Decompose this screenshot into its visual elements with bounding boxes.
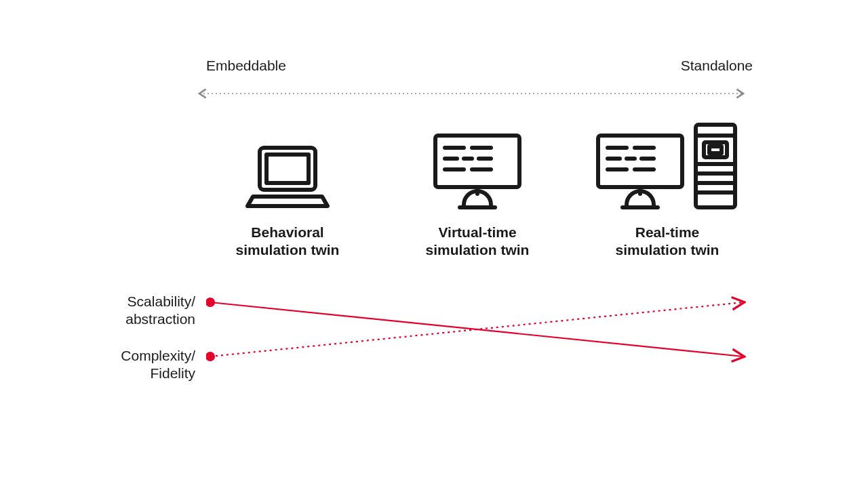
item-label-realtime: Real-time simulation twin (616, 224, 719, 260)
simulation-types-row: Behavioral simulation twin (206, 123, 749, 266)
item-virtual-time: Virtual-time simulation twin (396, 123, 559, 266)
item-label-virtual: Virtual-time simulation twin (426, 224, 530, 260)
item-real-time: Real-time simulation twin (586, 123, 749, 266)
workstation-icon (593, 122, 742, 211)
item-behavioral: Behavioral simulation twin (206, 123, 369, 266)
svg-rect-13 (598, 136, 682, 187)
svg-rect-3 (435, 136, 519, 187)
svg-rect-26 (709, 146, 722, 153)
dimension-label-scalability: Scalability/ abstraction (0, 293, 195, 329)
dimension-label-complexity: Complexity/ Fidelity (0, 347, 195, 383)
dimension-arrows-icon (206, 293, 749, 374)
axis-double-arrow-icon (194, 87, 749, 100)
axis-label-right: Standalone (681, 58, 753, 74)
monitor-icon (430, 131, 525, 211)
laptop-icon (243, 144, 332, 211)
diagram-canvas: Embeddable Standalone (0, 0, 868, 488)
item-label-behavioral: Behavioral simulation twin (236, 224, 340, 260)
svg-rect-2 (267, 155, 309, 183)
axis-label-left: Embeddable (206, 58, 286, 74)
